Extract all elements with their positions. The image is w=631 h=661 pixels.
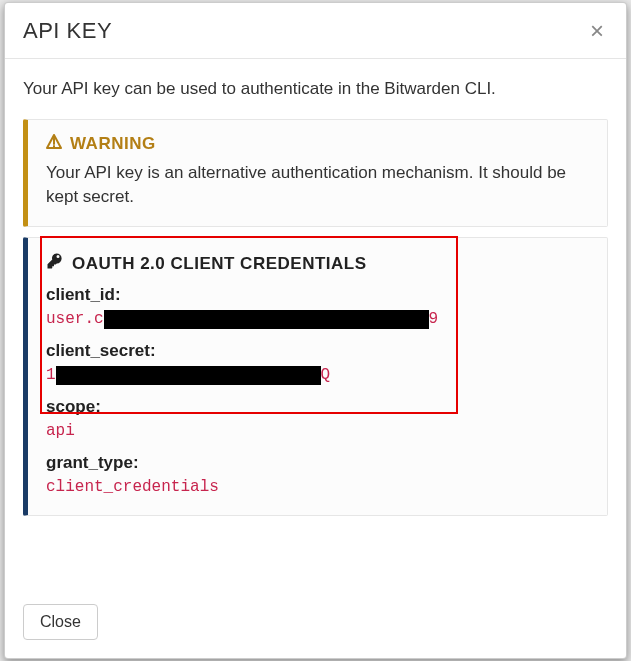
client-secret-value: 1Q [46, 363, 589, 387]
close-button[interactable]: Close [23, 604, 98, 640]
modal-body: Your API key can be used to authenticate… [5, 59, 626, 590]
warning-label: WARNING [70, 134, 156, 154]
client-secret-prefix: 1 [46, 363, 56, 387]
client-secret-label: client_secret: [46, 341, 589, 361]
client-secret-suffix: Q [321, 363, 331, 387]
credentials-title: OAUTH 2.0 CLIENT CREDENTIALS [72, 254, 367, 274]
warning-icon [46, 134, 62, 155]
warning-text: Your API key is an alternative authentic… [46, 161, 589, 210]
scope-label: scope: [46, 397, 589, 417]
client-id-value: user.c9 [46, 307, 589, 331]
client-id-prefix: user.c [46, 307, 104, 331]
client-id-suffix: 9 [429, 307, 439, 331]
close-icon[interactable]: × [586, 19, 608, 43]
client-secret-redaction [56, 366, 321, 385]
key-icon [46, 252, 64, 275]
modal-header: API KEY × [5, 3, 626, 59]
grant-type-value: client_credentials [46, 475, 589, 499]
client-id-label: client_id: [46, 285, 589, 305]
api-key-modal: API KEY × Your API key can be used to au… [4, 2, 627, 659]
credentials-box: OAUTH 2.0 CLIENT CREDENTIALS client_id: … [23, 237, 608, 516]
modal-intro: Your API key can be used to authenticate… [23, 77, 608, 101]
modal-footer: Close [5, 590, 626, 658]
warning-alert: WARNING Your API key is an alternative a… [23, 119, 608, 227]
grant-type-label: grant_type: [46, 453, 589, 473]
scope-value: api [46, 419, 589, 443]
warning-title-row: WARNING [46, 134, 589, 155]
modal-title: API KEY [23, 18, 112, 44]
client-id-redaction [104, 310, 429, 329]
credentials-title-row: OAUTH 2.0 CLIENT CREDENTIALS [46, 252, 589, 275]
